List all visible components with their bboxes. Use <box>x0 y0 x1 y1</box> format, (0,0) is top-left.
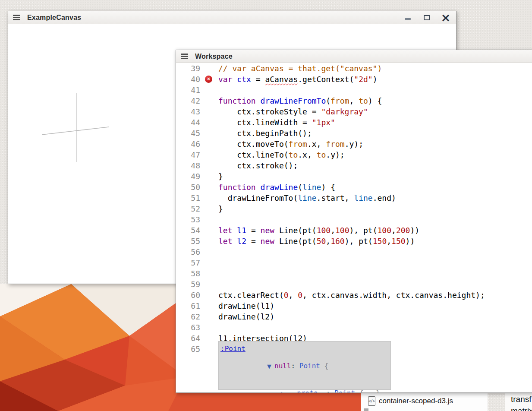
inspector-proto-row[interactable]: ▶__proto__: Point {...} <box>267 389 387 392</box>
line-number: 41 <box>176 85 200 95</box>
line-number: 63 <box>176 322 200 333</box>
triangle-right-icon[interactable]: ▶ <box>281 390 286 392</box>
gutter <box>200 203 218 214</box>
gutter <box>200 182 218 193</box>
gutter <box>200 171 218 182</box>
code-text: ctx.lineWidth = "1px" <box>218 117 335 128</box>
line-number: 48 <box>176 160 200 171</box>
inspector-root-row[interactable]: ▼null: Point { <box>267 361 387 370</box>
code-text: let l2 = new Line(pt(50,160), pt(150,150… <box>218 236 415 247</box>
gutter <box>200 322 218 333</box>
code-line[interactable]: 63 <box>176 322 532 333</box>
line-number: 42 <box>176 95 200 106</box>
line-number: 50 <box>176 182 200 193</box>
gutter <box>200 279 218 290</box>
window-title: Workspace <box>195 53 233 60</box>
drawn-lines <box>8 24 176 240</box>
menu-icon[interactable] <box>13 15 20 20</box>
line-number: 59 <box>176 279 200 290</box>
code-editor[interactable]: 39// var aCanvas = that.get("canvas")40×… <box>176 63 532 392</box>
line-number: 60 <box>176 290 200 300</box>
gutter <box>200 95 218 106</box>
line-number: 57 <box>176 257 200 268</box>
line-number: 64 <box>176 333 200 344</box>
gutter <box>200 268 218 279</box>
code-text: drawLine(l2) <box>218 311 274 322</box>
example-canvas-titlebar[interactable]: ExampleCanvas × <box>8 11 456 24</box>
file-panel: </> container-scoped-d3.js <box>361 393 488 411</box>
maximize-button[interactable] <box>422 13 431 23</box>
gutter <box>200 128 218 139</box>
code-line[interactable]: 48 ctx.stroke(); <box>176 160 532 171</box>
code-line[interactable]: 55let l2 = new Line(pt(50,160), pt(150,1… <box>176 236 532 247</box>
code-line[interactable]: 43 ctx.strokeStyle = "darkgray" <box>176 106 532 117</box>
code-line[interactable]: 39// var aCanvas = that.get("canvas") <box>176 63 532 74</box>
gutter <box>200 139 218 149</box>
code-text: ctx.moveTo(from.x, from.y); <box>218 139 363 149</box>
code-line[interactable]: 46 ctx.moveTo(from.x, from.y); <box>176 139 532 149</box>
edge-label-transf[interactable]: transf <box>511 395 532 404</box>
code-line[interactable]: 56 <box>176 247 532 257</box>
gutter <box>200 311 218 322</box>
code-line[interactable]: 62drawLine(l2) <box>176 311 532 322</box>
code-text: drawLine(l1) <box>218 300 274 311</box>
desktop: { "colors": { "desktop_bg": "#eae7e3", "… <box>0 0 532 411</box>
code-lines: 39// var aCanvas = that.get("canvas")40×… <box>176 63 532 344</box>
code-line[interactable]: 40×var ctx = aCanvas.getContext("2d") <box>176 74 532 85</box>
object-key: null <box>274 362 291 370</box>
maximize-icon <box>424 15 430 20</box>
line-number: 53 <box>176 214 200 225</box>
code-text: function drawLine(line) { <box>218 182 335 193</box>
class-name: Point <box>299 362 320 370</box>
code-text: // var aCanvas = that.get("canvas") <box>218 63 382 74</box>
code-line[interactable]: 60ctx.clearRect(0, 0, ctx.canvas.width, … <box>176 290 532 300</box>
inspector-type-link[interactable]: :Point <box>220 344 246 353</box>
code-text: var ctx = aCanvas.getContext("2d") <box>218 74 378 85</box>
line-number: 45 <box>176 128 200 139</box>
gutter <box>200 290 218 300</box>
file-list-item[interactable]: </> container-scoped-d3.js <box>361 393 488 406</box>
triangle-down-icon[interactable]: ▼ <box>267 363 271 370</box>
close-button[interactable]: × <box>441 13 450 23</box>
gutter <box>200 117 218 128</box>
code-line[interactable]: 52} <box>176 203 532 214</box>
code-line[interactable]: 45 ctx.beginPath(); <box>176 128 532 139</box>
gutter: × <box>200 74 218 85</box>
code-line[interactable]: 42function drawLineFromTo(from, to) { <box>176 95 532 106</box>
code-line[interactable]: 54let l1 = new Line(pt(100,100), pt(100,… <box>176 225 532 236</box>
code-text: ctx.stroke(); <box>218 160 298 171</box>
line-number: 61 <box>176 300 200 311</box>
inspector-object-tree: ▼null: Point { ▶__proto__: Point {...} x… <box>267 343 387 392</box>
code-line[interactable]: 61drawLine(l1) <box>176 300 532 311</box>
code-line[interactable]: 44 ctx.lineWidth = "1px" <box>176 117 532 128</box>
code-line[interactable]: 41 <box>176 85 532 95</box>
edge-label-matrix[interactable]: matrix <box>511 406 532 411</box>
code-line[interactable]: 59 <box>176 279 532 290</box>
line-number: 49 <box>176 171 200 182</box>
code-line[interactable]: 50function drawLine(line) { <box>176 182 532 193</box>
line-number: 58 <box>176 268 200 279</box>
minimize-button[interactable] <box>403 13 412 23</box>
line-number: 56 <box>176 247 200 257</box>
line-number: 52 <box>176 203 200 214</box>
code-line[interactable]: 58 <box>176 268 532 279</box>
gutter <box>200 247 218 257</box>
partial-item-stub <box>364 408 368 411</box>
gutter <box>200 236 218 247</box>
gutter <box>200 257 218 268</box>
code-line[interactable]: 49} <box>176 171 532 182</box>
code-file-icon: </> <box>368 396 375 406</box>
workspace-titlebar[interactable]: Workspace <box>176 50 532 63</box>
line-number: 47 <box>176 149 200 160</box>
gutter <box>200 225 218 236</box>
code-line[interactable]: 57 <box>176 257 532 268</box>
menu-icon[interactable] <box>181 54 188 59</box>
line-number: 44 <box>176 117 200 128</box>
code-line[interactable]: 51 drawLineFromTo(line.start, line.end) <box>176 193 532 203</box>
code-line[interactable]: 53 <box>176 214 532 225</box>
error-icon[interactable]: × <box>205 76 212 83</box>
gutter <box>200 149 218 160</box>
code-line[interactable]: 65 :Point ▼null: Point { ▶__proto__: Poi… <box>176 344 532 354</box>
code-line[interactable]: 47 ctx.lineTo(to.x, to.y); <box>176 149 532 160</box>
line-number: 40 <box>176 74 200 85</box>
